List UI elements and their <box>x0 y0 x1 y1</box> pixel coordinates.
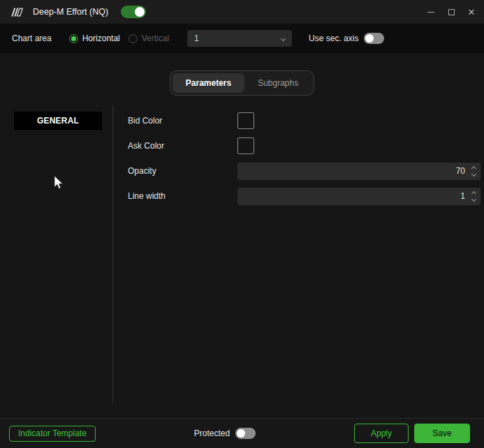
radio-vertical-icon <box>129 34 138 43</box>
tab-bar: Parameters Subgraphs <box>170 70 314 96</box>
toggle-knob <box>135 7 145 17</box>
maximize-button[interactable] <box>444 4 458 20</box>
ask-color-control <box>237 137 481 154</box>
window-controls: ✕ <box>424 4 478 20</box>
chart-area-toolbar: Chart area Horizontal Vertical 1 Use sec… <box>0 24 484 53</box>
close-icon: ✕ <box>468 8 476 17</box>
sidebar: GENERAL <box>0 105 113 403</box>
opacity-control: 70 <box>237 163 481 180</box>
opacity-input[interactable]: 70 <box>237 163 481 180</box>
indicator-settings-window: Deep-M Effort (NQ) ✕ Chart area Horizont… <box>0 0 484 448</box>
protected-toggle[interactable] <box>235 428 256 439</box>
radio-horizontal-icon <box>69 34 78 43</box>
bid-color-row: Bid Color <box>128 108 481 133</box>
minimize-icon <box>427 12 434 13</box>
ask-color-row: Ask Color <box>128 133 481 158</box>
use-sec-axis-toggle[interactable] <box>364 33 384 44</box>
radio-horizontal-label: Horizontal <box>82 33 120 43</box>
spinner-down-icon[interactable] <box>471 171 476 176</box>
indicator-template-button[interactable]: Indicator Template <box>9 426 96 442</box>
spinner-up-icon[interactable] <box>471 191 476 195</box>
apply-button[interactable]: Apply <box>354 424 409 443</box>
titlebar: Deep-M Effort (NQ) ✕ <box>0 0 484 24</box>
ask-color-swatch[interactable] <box>237 137 254 154</box>
radio-vertical[interactable]: Vertical <box>129 33 169 43</box>
toggle-knob <box>237 429 245 438</box>
app-logo-icon <box>8 6 24 18</box>
footer-actions: Apply Save <box>354 424 470 443</box>
tab-parameters[interactable]: Parameters <box>173 73 244 93</box>
chevron-down-icon <box>281 36 286 40</box>
minimize-button[interactable] <box>424 4 438 20</box>
radio-horizontal[interactable]: Horizontal <box>69 33 120 43</box>
indicator-enabled-toggle[interactable] <box>121 6 146 18</box>
dialog-body: GENERAL Bid Color Ask Color <box>0 105 484 403</box>
opacity-row: Opacity 70 <box>128 158 481 184</box>
toggle-knob <box>365 34 374 43</box>
spinner-up-icon[interactable] <box>471 165 476 170</box>
maximize-icon <box>448 9 455 15</box>
use-sec-axis-label: Use sec. axis <box>309 33 358 43</box>
opacity-label: Opacity <box>128 166 237 176</box>
protected-group: Protected <box>194 428 256 439</box>
spinner-down-icon[interactable] <box>471 196 476 201</box>
tab-subgraphs[interactable]: Subgraphs <box>244 73 311 93</box>
line-width-control: 1 <box>237 188 481 205</box>
parameters-panel: Bid Color Ask Color Opacity <box>113 105 484 403</box>
save-button[interactable]: Save <box>414 424 470 443</box>
bid-color-control <box>237 112 481 129</box>
line-width-input[interactable]: 1 <box>237 188 481 205</box>
opacity-spinner <box>472 167 476 176</box>
chart-number-select[interactable]: 1 <box>187 30 292 47</box>
tabs-container: Parameters Subgraphs <box>0 70 484 96</box>
chart-number-value: 1 <box>194 33 199 43</box>
protected-label: Protected <box>194 428 230 438</box>
radio-vertical-label: Vertical <box>142 33 169 43</box>
close-button[interactable]: ✕ <box>464 4 478 20</box>
line-width-label: Line width <box>128 191 237 201</box>
footer-bar: Indicator Template Protected Apply Save <box>0 418 484 448</box>
chart-area-label: Chart area <box>12 33 52 43</box>
line-width-spinner <box>472 192 476 201</box>
line-width-value: 1 <box>460 191 465 201</box>
opacity-value: 70 <box>456 166 465 176</box>
bid-color-swatch[interactable] <box>237 112 254 129</box>
window-title: Deep-M Effort (NQ) <box>33 7 108 17</box>
use-sec-axis-group: Use sec. axis <box>309 33 384 44</box>
ask-color-label: Ask Color <box>128 141 237 151</box>
line-width-row: Line width 1 <box>128 184 481 209</box>
sidebar-item-general[interactable]: GENERAL <box>14 112 102 130</box>
bid-color-label: Bid Color <box>128 116 237 126</box>
